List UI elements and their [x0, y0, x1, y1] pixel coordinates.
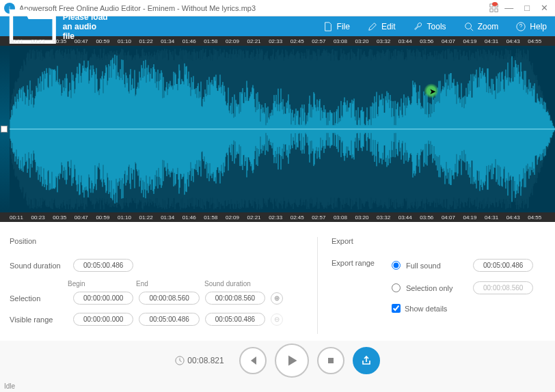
ruler-tick: 02:21 — [247, 38, 269, 44]
close-button[interactable]: ✕ — [538, 3, 551, 13]
ruler-tick: 01:22 — [139, 38, 161, 44]
ruler-tick: 00:47 — [75, 214, 96, 221]
ruler-tick: 04:43 — [506, 38, 528, 44]
ruler-tick: 03:08 — [334, 38, 355, 44]
zoom-out-button[interactable]: ⊖ — [271, 313, 283, 326]
menu-tools[interactable]: Tools — [414, 22, 446, 31]
magnifier-icon — [464, 22, 474, 31]
selection-start-handle[interactable] — [0, 46, 10, 212]
selection-begin[interactable]: 00:00:00.000 — [73, 292, 133, 305]
ruler-tick: 04:19 — [463, 38, 485, 44]
main-toolbar: Please load an audio file File Edit Tool… — [0, 16, 555, 36]
ruler-tick: 02:09 — [226, 38, 247, 44]
ruler-tick: 00:11 — [10, 214, 31, 221]
begin-header: Begin — [68, 280, 131, 288]
ruler-tick: 02:09 — [226, 214, 247, 221]
ruler-tick: 03:56 — [420, 214, 442, 221]
full-sound-value: 00:05:00.486 — [473, 259, 533, 272]
ruler-tick: 02:57 — [312, 38, 334, 44]
ruler-tick: 01:58 — [204, 214, 226, 221]
ruler-tick: 01:46 — [182, 38, 204, 44]
export-heading: Export — [331, 237, 545, 245]
ruler-tick: 03:32 — [377, 38, 398, 44]
ruler-tick: 03:32 — [377, 214, 398, 221]
ruler-tick: 04:55 — [528, 38, 550, 44]
skip-start-button[interactable] — [239, 347, 267, 374]
svg-rect-3 — [495, 8, 498, 11]
ruler-tick: 02:33 — [269, 214, 290, 221]
ruler-tick: 01:58 — [204, 38, 226, 44]
cursor-arrow-icon: ➤ — [429, 87, 436, 96]
wrench-icon — [414, 22, 423, 31]
ruler-tick: 04:07 — [442, 38, 463, 44]
ruler-tick: 02:45 — [290, 38, 312, 44]
menu-zoom[interactable]: Zoom — [464, 22, 499, 31]
sd-header: Sound duration — [204, 280, 267, 288]
waveform-display[interactable]: ➤ — [0, 46, 555, 212]
ruler-tick: 01:10 — [118, 38, 139, 44]
pencil-icon — [368, 22, 377, 31]
ruler-tick: 01:34 — [161, 214, 182, 221]
help-icon — [516, 22, 526, 31]
position-heading: Position — [10, 237, 303, 245]
menu-help[interactable]: Help — [516, 22, 547, 31]
ruler-tick: 03:56 — [420, 38, 442, 44]
visible-begin[interactable]: 00:00:00.000 — [73, 313, 133, 326]
full-sound-label: Full sound — [406, 262, 468, 270]
play-button[interactable] — [275, 344, 309, 378]
ruler-tick: 01:10 — [118, 214, 139, 221]
ruler-tick: 04:19 — [463, 214, 485, 221]
clock-icon — [175, 356, 185, 365]
maximize-button[interactable]: □ — [522, 3, 532, 13]
show-details-checkbox[interactable] — [392, 304, 401, 313]
timeline-ruler-bottom[interactable]: 00:1100:2300:3500:4700:5901:1001:2201:34… — [0, 212, 555, 222]
svg-rect-7 — [328, 358, 334, 363]
menu-edit[interactable]: Edit — [368, 22, 396, 31]
minimize-button[interactable]: — — [502, 3, 516, 13]
end-header: End — [136, 280, 199, 288]
sound-duration-label: Sound duration — [10, 262, 68, 270]
selection-duration: 00:00:08.560 — [205, 292, 265, 305]
selection-label: Selection — [10, 294, 68, 303]
ruler-tick: 04:31 — [485, 214, 506, 221]
ruler-tick: 00:11 — [10, 38, 31, 44]
file-icon — [323, 22, 333, 31]
ruler-tick: 03:44 — [398, 214, 420, 221]
ruler-tick: 03:20 — [355, 214, 377, 221]
ruler-tick: 00:47 — [75, 38, 96, 44]
ruler-tick: 02:33 — [269, 38, 290, 44]
ruler-tick: 03:08 — [334, 214, 355, 221]
ruler-tick: 02:45 — [290, 214, 312, 221]
selection-end[interactable]: 00:00:08.560 — [139, 292, 199, 305]
visible-range-label: Visible range — [10, 316, 68, 324]
svg-point-4 — [465, 23, 471, 29]
ruler-tick: 02:57 — [312, 214, 334, 221]
visible-end[interactable]: 00:05:00.486 — [139, 313, 199, 326]
ruler-tick: 00:59 — [96, 38, 118, 44]
ruler-tick: 03:20 — [355, 38, 377, 44]
info-panel: Position Sound duration 00:05:00.486 Beg… — [0, 222, 555, 341]
stop-button[interactable] — [317, 347, 344, 374]
ruler-tick: 04:07 — [442, 214, 463, 221]
ruler-tick: 02:21 — [247, 214, 269, 221]
menu-file[interactable]: File — [323, 22, 350, 31]
export-button[interactable] — [353, 347, 380, 374]
ruler-tick: 01:22 — [139, 214, 161, 221]
ruler-tick: 04:55 — [528, 214, 550, 221]
selection-only-label: Selection only — [406, 284, 468, 292]
selection-only-radio[interactable] — [392, 283, 401, 292]
playback-time: 00:08.821 — [175, 356, 224, 365]
notifications-icon[interactable] — [487, 3, 496, 13]
zoom-in-selection-button[interactable]: ⊕ — [271, 292, 283, 305]
ruler-tick: 00:35 — [53, 214, 75, 221]
playback-bar: 00:08.821 — [0, 341, 555, 380]
selection-only-value: 00:00:08.560 — [473, 281, 533, 294]
load-prompt: Please load an audio file — [63, 12, 109, 41]
svg-rect-2 — [490, 8, 493, 11]
ruler-tick: 04:43 — [506, 214, 528, 221]
show-details-label: Show details — [405, 305, 447, 313]
visible-duration: 00:05:00.486 — [205, 313, 265, 326]
ruler-tick: 00:35 — [53, 38, 75, 44]
full-sound-radio[interactable] — [392, 261, 401, 270]
ruler-tick: 00:59 — [96, 214, 118, 221]
